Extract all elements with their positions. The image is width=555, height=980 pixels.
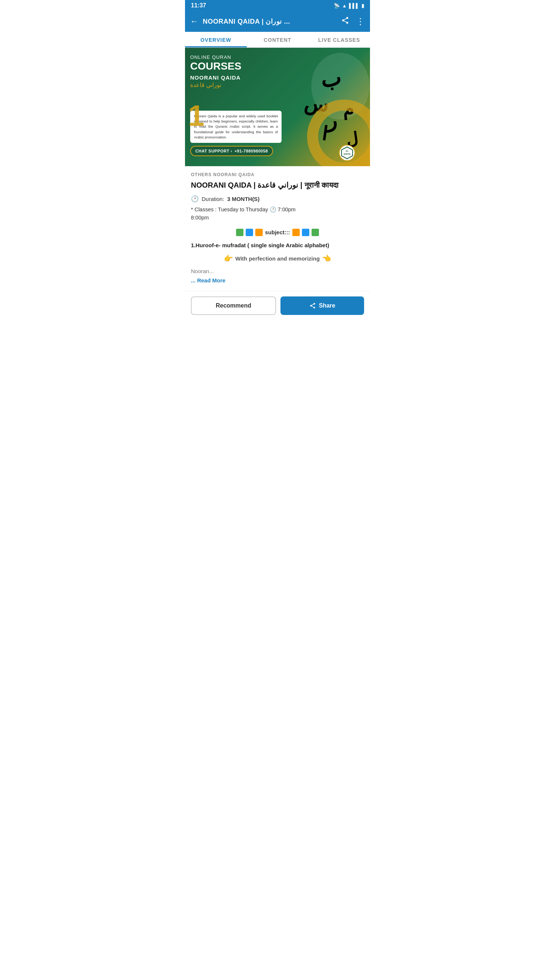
course-banner: ONLINE QURAN COURSES 1 NOORANI QAIDA نور…	[185, 48, 370, 166]
bottom-bar: Recommend Share	[185, 291, 370, 322]
course-title: NOORANI QAIDA | نوراني قاعدة | नूरानी का…	[191, 180, 364, 190]
banner-courses: COURSES	[190, 61, 282, 72]
subject-text: subject:::	[265, 229, 290, 236]
logo-badge: AL QURAN	[339, 145, 355, 161]
tab-content[interactable]: CONTENT	[247, 32, 309, 47]
perfection-text: With perfection and memorizing	[235, 255, 320, 261]
duration-row: 🕐 Duration: 3 MONTH(S)	[191, 195, 364, 203]
clock-icon: 🕐	[191, 195, 199, 203]
banner-noorani: NOORANI QAIDA	[190, 74, 282, 81]
banner-online-quran: ONLINE QURAN	[190, 55, 282, 60]
tab-live-classes[interactable]: LIVE CLASSES	[308, 32, 370, 47]
back-button[interactable]: ←	[190, 17, 198, 26]
truncated-text: Nooran...	[191, 268, 364, 274]
banner-arabic: نوراني قاعدة	[190, 82, 282, 88]
subject-row: subject:::	[191, 229, 364, 236]
color-box-orange2	[292, 229, 300, 236]
color-box-blue2	[302, 229, 309, 236]
banner-number: 1	[188, 103, 205, 129]
content-section: OTHERS NOORANI QAIDA NOORANI QAIDA | نور…	[185, 166, 370, 291]
svg-text:QURAN: QURAN	[344, 153, 351, 155]
tab-overview[interactable]: OVERVIEW	[185, 32, 247, 47]
share-icon[interactable]	[341, 16, 349, 27]
battery-icon: ▮	[361, 3, 364, 8]
status-bar: 11:37 📡 ▲ ▌▌▌ ▮	[185, 0, 370, 11]
app-bar: ← NOORANI QAIDA | نوران ... ⋮	[185, 11, 370, 32]
banner-left: ONLINE QURAN COURSES 1 NOORANI QAIDA نور…	[185, 48, 287, 166]
signal-icon: 📡	[334, 3, 340, 8]
duration-value: 3 MONTH(S)	[227, 196, 260, 202]
recommend-button[interactable]: Recommend	[191, 297, 276, 315]
chat-label: CHAT SUPPORT ›	[196, 149, 233, 153]
wifi-icon: ▲	[342, 3, 347, 8]
app-title: NOORANI QAIDA | نوران ...	[203, 18, 337, 26]
color-box-green2	[311, 229, 319, 236]
category-label: OTHERS NOORANI QAIDA	[191, 172, 364, 177]
classes-label: * Classes : Tuesday to Thursday	[191, 207, 268, 212]
action-icons: ⋮	[341, 16, 365, 27]
read-more-link[interactable]: ... Read More	[191, 277, 225, 284]
share-button[interactable]: Share	[281, 297, 364, 315]
pointing-hand-left: 👉	[224, 254, 233, 263]
banner-right: ب س م ا ل ر AL QURAN	[287, 48, 370, 166]
share-button-icon	[309, 302, 316, 309]
share-label: Share	[319, 302, 335, 309]
bars-icon: ▌▌▌	[349, 3, 359, 8]
color-box-green1	[236, 229, 244, 236]
classes-row: * Classes : Tuesday to Thursday 🕐 7:00pm…	[191, 206, 364, 222]
svg-text:AL: AL	[346, 150, 348, 152]
banner-chat-support[interactable]: CHAT SUPPORT › +91-7880980058	[190, 146, 273, 156]
curriculum-item-1: 1.Huroof-e- mufradat ( single single Ara…	[191, 241, 364, 250]
menu-icon[interactable]: ⋮	[356, 16, 365, 27]
color-box-blue1	[246, 229, 253, 236]
status-icons: 📡 ▲ ▌▌▌ ▮	[334, 3, 364, 8]
duration-label: Duration:	[202, 196, 224, 202]
svg-text:ب: ب	[319, 65, 343, 93]
tabs-container: OVERVIEW CONTENT LIVE CLASSES	[185, 32, 370, 48]
status-time: 11:37	[191, 2, 206, 9]
perfection-row: 👉 With perfection and memorizing 👈	[191, 254, 364, 263]
alarm-icon: 🕐	[270, 207, 276, 212]
color-box-orange1	[255, 229, 263, 236]
chat-number: +91-7880980058	[234, 149, 268, 153]
pointing-hand-right: 👈	[322, 254, 331, 263]
